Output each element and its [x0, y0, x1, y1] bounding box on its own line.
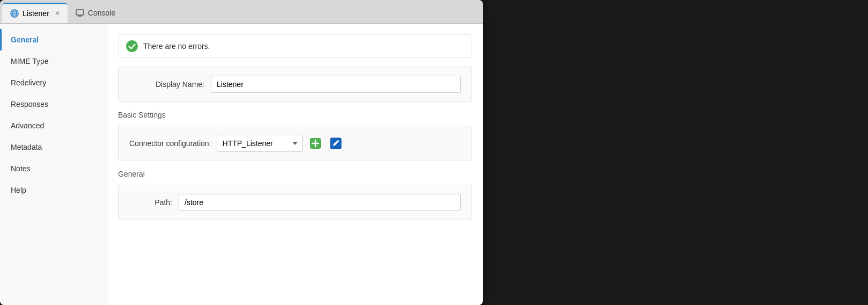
general-section: General Path:	[118, 170, 472, 220]
tab-close-icon[interactable]: ✕	[55, 10, 60, 17]
connector-config-section: Connector configuration: HTTP_Listener	[118, 126, 472, 161]
main-content: General MIME Type Redelivery Responses A…	[0, 24, 483, 305]
edit-connector-button[interactable]	[328, 136, 343, 151]
display-name-row: Display Name:	[129, 76, 461, 93]
monitor-icon	[75, 8, 85, 18]
display-name-section: Display Name:	[118, 67, 472, 102]
right-panel: There are no errors. Display Name: Basic…	[107, 24, 483, 305]
tab-console-label: Console	[88, 9, 115, 17]
general-section-title: General	[118, 170, 472, 178]
sidebar-item-general[interactable]: General	[0, 29, 107, 50]
sidebar-item-mime-type[interactable]: MIME Type	[0, 50, 107, 72]
globe-icon	[10, 9, 19, 18]
path-row: Path:	[129, 194, 461, 211]
basic-settings-title: Basic Settings	[118, 111, 472, 119]
sidebar: General MIME Type Redelivery Responses A…	[0, 24, 107, 305]
status-bar: There are no errors.	[118, 34, 472, 58]
success-icon	[126, 40, 138, 52]
sidebar-item-advanced[interactable]: Advanced	[0, 115, 107, 136]
path-input[interactable]	[179, 194, 461, 211]
add-connector-button[interactable]	[308, 136, 323, 151]
display-name-input[interactable]	[211, 76, 461, 93]
path-section: Path:	[118, 185, 472, 220]
basic-settings-section: Basic Settings Connector configuration: …	[118, 111, 472, 161]
display-name-label: Display Name:	[129, 80, 204, 89]
status-message: There are no errors.	[143, 42, 210, 50]
connector-label: Connector configuration:	[129, 139, 211, 148]
sidebar-item-responses[interactable]: Responses	[0, 93, 107, 115]
sidebar-item-metadata[interactable]: Metadata	[0, 136, 107, 158]
tab-bar: Listener ✕ Console	[0, 0, 483, 24]
svg-rect-5	[76, 10, 84, 15]
tab-listener-label: Listener	[23, 9, 49, 18]
tab-console[interactable]: Console	[68, 3, 123, 23]
connector-row: Connector configuration: HTTP_Listener	[129, 135, 461, 152]
path-label: Path:	[129, 198, 172, 207]
app-window: Listener ✕ Console General MIME Type	[0, 0, 483, 305]
sidebar-item-notes[interactable]: Notes	[0, 158, 107, 179]
connector-select[interactable]: HTTP_Listener	[217, 135, 303, 152]
sidebar-item-help[interactable]: Help	[0, 179, 107, 201]
sidebar-item-redelivery[interactable]: Redelivery	[0, 72, 107, 93]
tab-listener[interactable]: Listener ✕	[2, 3, 68, 23]
